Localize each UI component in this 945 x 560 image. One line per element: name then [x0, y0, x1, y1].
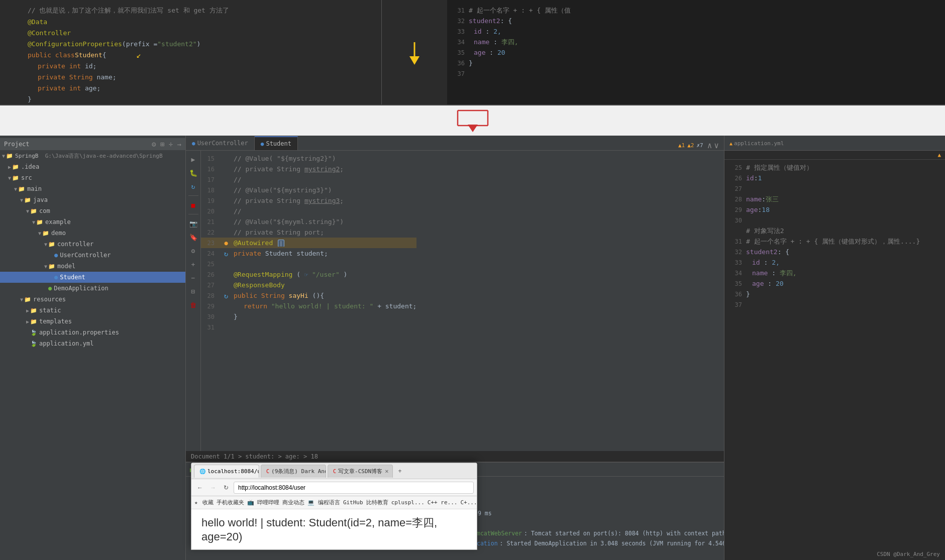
yaml-name: 34 name : 李四, [447, 37, 608, 47]
bookmark-cpluspl[interactable]: cpluspl... [391, 499, 425, 506]
project-sidebar: Project ⚙ ⊞ ÷ → ▼ 📁 SpringB G:\Java语言\ja… [0, 136, 186, 560]
tree-item-app-properties[interactable]: ▶ 🍃 application.properties [0, 327, 185, 338]
scroll-down-btn[interactable]: ∨ [714, 141, 719, 150]
tree-item-demo[interactable]: ▼ 📁 demo [0, 228, 185, 239]
bookmark-bite[interactable]: 比特教育 [366, 499, 388, 506]
top-yaml-panel: 31 # 起一个名字 + : + { 属性（值 32 student2 : { … [447, 0, 608, 104]
yaml-line-comment2: # 对象写法2 [724, 226, 945, 236]
tree-item-model-folder[interactable]: ▼ 📁 model [0, 261, 185, 272]
code-line-29: 29 return "hello world! | student: " + s… [201, 301, 416, 311]
annotation-controller: @Controller [0, 27, 381, 38]
yaml-line-31: 31 # 起一个名字 + : + { 属性（键值对形式），属性....} [724, 236, 945, 247]
yaml-tab-usercontroller[interactable]: ▲ application.yml [724, 136, 789, 150]
svg-marker-1 [409, 56, 419, 65]
browser-tab-localhost[interactable]: 🌐 localhost:8084/user ✕ [194, 465, 259, 478]
arrow-divider [0, 105, 945, 136]
code-line-26: 26 @RequestMapping ( ☞ "/user" ) [201, 269, 416, 280]
browser-tab-bar: 🌐 localhost:8084/user ✕ C (9条消息) Dark An… [191, 463, 477, 479]
step-btn[interactable]: ↻ [187, 180, 199, 192]
tree-item-project[interactable]: ▼ 📁 SpringB G:\Java语言\java-ee-advanced\S… [0, 150, 185, 161]
field-age: private int age; [0, 82, 381, 93]
browser-popup: 🌐 localhost:8084/user ✕ C (9条消息) Dark An… [191, 463, 477, 550]
arrow-connector [382, 0, 447, 104]
bookmark-shoucang[interactable]: 收藏 [202, 499, 214, 506]
filter-btn[interactable]: ⊟ [187, 285, 199, 297]
bookmark-btn[interactable]: 🔖 [187, 231, 199, 243]
refresh-btn[interactable]: ↻ [221, 482, 232, 493]
bookmark-cpp-re[interactable]: C++ re... [428, 499, 458, 506]
bookmark-coding[interactable]: 💻 编程语言 [307, 499, 340, 506]
yaml-line-36: 36 } [724, 289, 945, 299]
forward-btn[interactable]: → [207, 482, 219, 493]
stop-btn[interactable]: ■ [187, 199, 199, 211]
bookmark-c-plus[interactable]: C+... [460, 499, 477, 506]
back-btn[interactable]: ← [194, 482, 205, 493]
hello-world-text: hello world! | student: Student(id=2, na… [201, 515, 467, 543]
tree-item-main[interactable]: ▼ 📁 main [0, 183, 185, 194]
bookmark-business[interactable]: 商业动态 [282, 499, 304, 506]
code-line-18: 18 // @Value("${mystring3}") [201, 185, 416, 195]
code-line-22: 22 // private String port; [201, 227, 416, 238]
camera-btn[interactable]: 📷 [187, 217, 199, 230]
class-close: } [0, 93, 381, 104]
code-line-24: 24 ↻ private Student student; [201, 248, 416, 259]
tree-item-app-yml[interactable]: ▶ 🍃 application.yml [0, 338, 185, 349]
yaml-line-32: 32 student2 : { [724, 247, 945, 257]
code-line-23: 23 ● @Autowired | [201, 238, 416, 248]
tree-item-templates[interactable]: ▶ 📁 templates [0, 316, 185, 327]
top-code-java: // 也就是说，加了这个注解，就不用我们法写 set 和 get 方法了 @Da… [0, 0, 382, 104]
tree-item-controller-folder[interactable]: ▼ 📁 controller [0, 239, 185, 250]
yaml-line-27: 27 [724, 183, 945, 194]
code-line-20: 20 // [201, 206, 416, 216]
code-line-21: 21 // @Value("${myyml.string}") [201, 216, 416, 227]
browser-tab-csdn2[interactable]: C 写文章-CSDN博客 ✕ [328, 465, 393, 478]
tree-item-example[interactable]: ▼ 📁 example [0, 216, 185, 228]
yaml-line-37: 37 [724, 299, 945, 310]
tree-item-resources[interactable]: ▼ 📁 resources [0, 294, 185, 305]
bookmark-mobile[interactable]: 手机收藏夹 [217, 499, 244, 506]
scroll-up-btn[interactable]: ∧ [707, 141, 712, 150]
tree-item-demoapplication[interactable]: ▶ ● DemoApplication [0, 283, 185, 294]
url-input[interactable] [234, 482, 474, 494]
tree-item-student[interactable]: ▶ ● Student [0, 272, 185, 283]
trash-btn[interactable]: 🗑 [187, 299, 199, 311]
yaml-id: 33 id : 2, [447, 26, 608, 37]
yellow-arrow-svg [394, 37, 435, 67]
code-line-15: 15 // @Value( "${mystring2}") [201, 153, 416, 164]
yaml-line-34: 34 name : 李四, [724, 268, 945, 278]
add-btn[interactable]: + [187, 258, 199, 270]
minus-btn[interactable]: − [187, 272, 199, 284]
tree-item-com[interactable]: ▼ 📁 com [0, 205, 185, 216]
yaml-comment-line: 31 # 起一个名字 + : + { 属性（值 [447, 5, 608, 16]
tab-student[interactable]: ● Student [255, 136, 298, 150]
tree-item-idea[interactable]: ▶ 📁 .idea [0, 161, 185, 172]
yaml-line-29: 29 age : 18 [724, 204, 945, 215]
field-name: private String name; [0, 71, 381, 82]
csdn-watermark: CSDN @Dark_And_Grey [877, 551, 940, 557]
code-line-16: 16 // private String mystring2; [201, 164, 416, 174]
browser-bookmarks: ★ 收藏 手机收藏夹 📺 哔哩哔哩 商业动态 💻 编程语言 GitHub 比特教… [191, 496, 477, 509]
debug-btn[interactable]: 🐛 [187, 167, 199, 179]
yaml-age: 35 age : 20 [447, 47, 608, 58]
annotation-data: @Data [0, 16, 381, 27]
run-btn[interactable]: ▶ [187, 153, 199, 165]
tree-item-src[interactable]: ▼ 📁 src [0, 172, 185, 183]
comment-line: // 也就是说，加了这个注解，就不用我们法写 set 和 get 方法了 [0, 5, 381, 16]
tree-item-java[interactable]: ▼ 📁 java [0, 194, 185, 205]
browser-nav: ← → ↻ [191, 479, 477, 496]
bookmark-github[interactable]: GitHub [343, 499, 363, 506]
tree-item-usercontroller[interactable]: ▶ ● UserController [0, 250, 185, 261]
yaml-student2-open: 32 student2 : { [447, 16, 608, 26]
browser-tab-close-3[interactable]: ✕ [385, 468, 388, 475]
tree-item-static[interactable]: ▶ 📁 static [0, 305, 185, 316]
code-line-31: 31 [201, 322, 416, 332]
new-tab-btn[interactable]: + [394, 466, 405, 477]
bookmark-bilibili[interactable]: 📺 哔哩哔哩 [247, 499, 280, 506]
tab-usercontroller[interactable]: ● UserController [186, 136, 255, 150]
top-code-screenshot: // 也就是说，加了这个注解，就不用我们法写 set 和 get 方法了 @Da… [0, 0, 945, 105]
browser-tab-csdn1[interactable]: C (9条消息) Dark And Grey的... ✕ [261, 465, 326, 478]
settings-btn[interactable]: ⚙ [187, 245, 199, 257]
svg-marker-8 [468, 125, 478, 132]
breadcrumb-bar: Document 1/1 > student: > age: > 18 [186, 451, 724, 462]
sidebar-header: Project ⚙ ⊞ ÷ → [0, 138, 185, 150]
